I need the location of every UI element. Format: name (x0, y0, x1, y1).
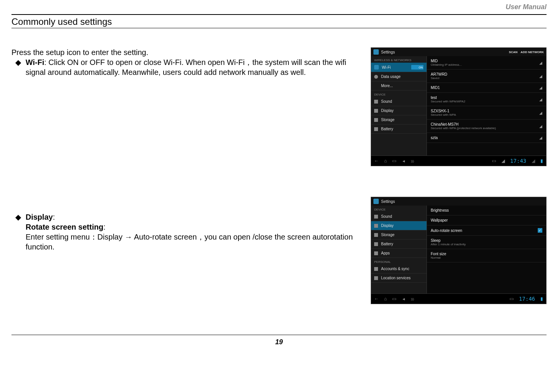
wifi-network-row[interactable]: testSecured with WPA/WPA2◢ (427, 93, 546, 106)
option-name: Auto-rotate screen (431, 228, 462, 233)
wifi-signal-icon: ◢ (539, 61, 542, 65)
wifi-signal-icon: ◢ (539, 124, 542, 128)
data-usage-icon (374, 75, 378, 79)
wifi-network-row[interactable]: MIDObtaining IP address...◢ (427, 56, 546, 70)
sidebar-item-display[interactable]: Display (371, 221, 427, 230)
back-button[interactable]: ← (374, 296, 379, 301)
display-option-row[interactable]: Auto-rotate screen✓ (427, 225, 546, 236)
app-title: Settings (381, 199, 395, 204)
settings-app-icon (373, 199, 379, 204)
notification-icon[interactable]: ▭ (492, 158, 496, 164)
wifi-network-row[interactable]: szta◢ (427, 133, 546, 143)
wifi-network-row[interactable]: ChinaNet-MS7HSecured with WPA (protected… (427, 120, 546, 133)
text-column-display: ◆ Display: Rotate screen setting: Enter … (11, 197, 355, 304)
wifi-signal-icon: ◢ (532, 158, 535, 164)
volume-icon[interactable] (402, 297, 406, 301)
network-name: MID (431, 59, 462, 63)
screenshot-wifi: Settings SCAN ADD NETWORK WIRELESS & NET… (371, 47, 547, 166)
sound-icon (374, 215, 378, 219)
sidebar-item-apps[interactable]: Apps (371, 249, 427, 258)
wifi-network-row[interactable]: AR7WRDSaved◢ (427, 70, 546, 83)
sidebar-item-location[interactable]: Location services (371, 274, 427, 283)
display-option-row[interactable]: Font sizeNormal (427, 249, 546, 262)
storage-icon (374, 233, 378, 237)
checkbox-checked-icon[interactable]: ✓ (538, 228, 542, 233)
home-button[interactable]: ⌂ (384, 158, 387, 164)
sidebar: WIRELESS & NETWORKS Wi-Fi ON Data usage … (371, 56, 427, 156)
sidebar-item-data-usage[interactable]: Data usage (371, 72, 427, 81)
apps-icon (374, 251, 378, 255)
location-icon (374, 276, 378, 280)
network-status: Secured with WPA (protected network avai… (431, 126, 496, 130)
doc-label: User Manual (506, 3, 547, 11)
option-name: Wallpaper (431, 218, 448, 222)
wifi-network-row[interactable]: MID1◢ (427, 83, 546, 93)
sidebar-section-label: PERSONAL (371, 258, 427, 264)
option-name: Font size (431, 252, 446, 256)
sidebar-item-more[interactable]: More... (371, 81, 427, 91)
option-sub: Normal (431, 256, 446, 259)
bullet-icon: ◆ (15, 212, 21, 252)
sidebar-item-sound[interactable]: Sound (371, 97, 427, 106)
network-name: SZXSHX-1 (431, 109, 456, 113)
sidebar-section-label: WIRELESS & NETWORKS (371, 56, 427, 63)
section-title: Commonly used settings (11, 16, 547, 28)
wifi-label: Wi-Fi (26, 58, 44, 66)
network-status: Secured with WPA/WPA2 (431, 100, 465, 103)
sidebar-item-accounts[interactable]: Accounts & sync (371, 264, 427, 274)
sidebar: DEVICE Sound Display Storage (371, 206, 427, 293)
sidebar-section-label: DEVICE (371, 206, 427, 212)
notification-icon[interactable]: ▭ (509, 296, 514, 301)
display-label: Display (26, 213, 53, 221)
display-option-row[interactable]: Brightness (427, 206, 546, 215)
system-navbar: ← ⌂ ▭ ))) ▭ ◢ 17:43 ◢ ▮ (371, 156, 546, 166)
recent-button[interactable]: ▭ (392, 158, 396, 164)
option-name: Brightness (431, 208, 449, 212)
home-button[interactable]: ⌂ (384, 296, 387, 301)
settings-app-icon (373, 49, 379, 55)
sidebar-item-wifi[interactable]: Wi-Fi ON (371, 63, 427, 72)
app-title: Settings (381, 50, 395, 54)
wifi-signal-icon: ◢ (539, 74, 542, 78)
display-icon (374, 224, 378, 228)
sidebar-item-storage[interactable]: Storage (371, 115, 427, 125)
clock: 17:43 (510, 158, 526, 164)
add-network-button[interactable]: ADD NETWORK (521, 50, 544, 54)
display-icon (374, 109, 378, 113)
wifi-network-list: MIDObtaining IP address...◢AR7WRDSaved◢M… (427, 56, 546, 156)
display-option-row[interactable]: Wallpaper (427, 215, 546, 225)
option-sub: After 1 minute of inactivity (431, 243, 466, 246)
wifi-signal-icon: ◢ (539, 86, 542, 90)
sidebar-item-battery[interactable]: Battery (371, 240, 427, 249)
wifi-toggle[interactable]: ON (411, 65, 423, 70)
volume-icon[interactable] (402, 159, 406, 163)
network-name: MID1 (431, 86, 440, 90)
back-button[interactable]: ← (374, 158, 379, 164)
network-name: ChinaNet-MS7H (431, 122, 496, 126)
scan-button[interactable]: SCAN (509, 50, 517, 54)
sidebar-item-battery[interactable]: Battery (371, 125, 427, 134)
system-navbar: ← ⌂ ▭ ))) ▭ 17:46 ▮ (371, 293, 546, 304)
screenshot-display: Settings DEVICE Sound Display Storage (371, 197, 547, 304)
option-name: Sleep (431, 238, 466, 243)
intro-text: Press the setup icon to enter the settin… (11, 47, 355, 57)
wifi-signal-icon: ◢ (539, 136, 542, 140)
network-status: Saved (431, 76, 447, 80)
text-column-wifi: Press the setup icon to enter the settin… (11, 47, 355, 166)
page-number: 19 (11, 335, 547, 346)
wifi-network-row[interactable]: SZXSHX-1Secured with WPA◢ (427, 106, 546, 120)
storage-icon (374, 118, 378, 122)
sidebar-item-storage[interactable]: Storage (371, 230, 427, 240)
display-option-row[interactable]: SleepAfter 1 minute of inactivity (427, 236, 546, 249)
wifi-status-icon: ◢ (501, 158, 505, 164)
sidebar-item-sound[interactable]: Sound (371, 212, 427, 221)
display-options-list: BrightnessWallpaperAuto-rotate screen✓Sl… (427, 206, 546, 293)
wifi-signal-icon: ◢ (539, 97, 542, 102)
network-status: Obtaining IP address... (431, 63, 462, 66)
recent-button[interactable]: ▭ (392, 296, 396, 301)
network-name: szta (431, 136, 438, 140)
sync-icon (374, 267, 378, 271)
battery-status-icon: ▮ (540, 158, 543, 164)
sidebar-section-label: DEVICE (371, 91, 427, 97)
sidebar-item-display[interactable]: Display (371, 106, 427, 115)
